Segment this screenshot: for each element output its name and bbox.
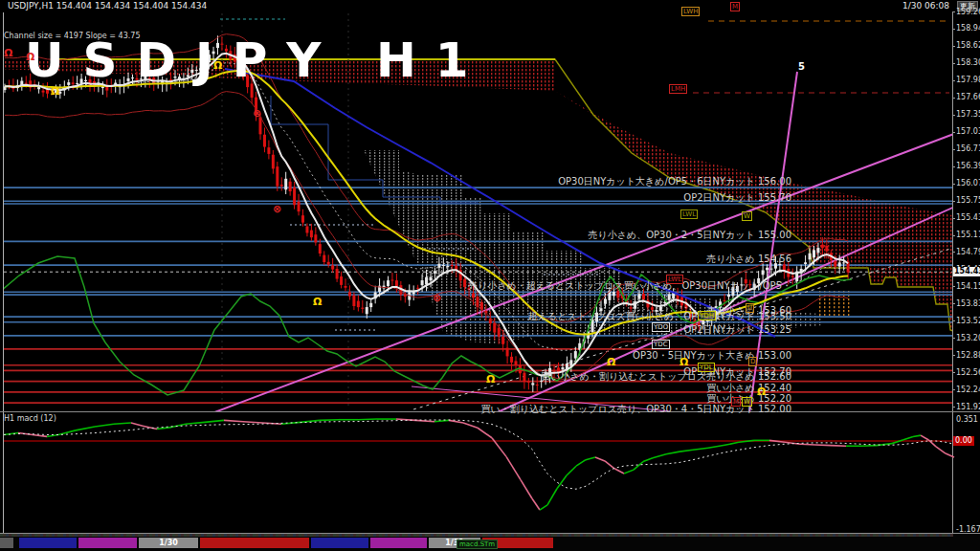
macd-line-segment	[4, 432, 18, 434]
macd-line-segment	[463, 423, 478, 428]
price-axis-tick	[952, 252, 955, 253]
chart-canvas[interactable]	[0, 0, 980, 551]
candle-body	[451, 265, 454, 266]
macd-line-segment	[708, 446, 724, 449]
macd-line-segment	[18, 432, 33, 434]
candle-body	[340, 276, 343, 285]
candle-body	[255, 98, 257, 116]
candle-body	[842, 262, 845, 263]
macd-line-segment	[131, 423, 143, 426]
macd-line-segment	[557, 475, 567, 489]
candle-body	[310, 231, 313, 238]
price-axis-label: 154.155	[956, 283, 980, 291]
chart-box-label: YDC	[652, 340, 670, 349]
symbol-ohlc-readout: USDJPY,H1 154.404 154.434 154.404 154.43…	[8, 0, 207, 12]
candle-body	[489, 319, 492, 323]
level-annotation: 売り小さめ 154.56	[706, 254, 791, 264]
level-annotation: OP30・5日NYカット大きめ 153.00	[633, 351, 791, 361]
last-update-time: 1/30 06:08	[902, 0, 949, 12]
candle-body	[55, 90, 57, 93]
price-axis-tick	[952, 218, 955, 219]
chart-box-label: LWL	[666, 275, 683, 284]
price-axis-label: 152.560	[956, 369, 980, 377]
price-axis-label: 159.265	[956, 9, 980, 16]
level-annotation: 売り小さめ、OP30・2・5日NYカット 155.00	[588, 231, 791, 240]
candle-body	[327, 262, 330, 265]
timeline-segment[interactable]: 1/30	[139, 538, 198, 548]
price-axis-label: 156.070	[956, 180, 980, 187]
level-annotation: 買い小さめ・割り込むとストップロス売り小さめ 152.60	[541, 372, 791, 382]
candle-body	[425, 277, 428, 285]
macd-indicator-label: H1 macd (12)	[4, 414, 56, 423]
candle-body	[663, 302, 666, 303]
trendline-count-label: 5	[798, 61, 805, 72]
candle-body	[825, 246, 828, 252]
channel-info-text: Channel size = 4197 Slope = 43.75	[4, 32, 140, 40]
macd-line-segment	[567, 466, 576, 475]
macd-line-segment	[76, 427, 95, 430]
timeline-segment[interactable]	[78, 538, 137, 548]
session-timeline-bar[interactable]: 1/301/31 macd.STm	[0, 534, 980, 551]
price-axis-label: 156.710	[956, 145, 980, 153]
candle-body	[276, 166, 278, 187]
price-axis-label: 158.625	[956, 42, 980, 50]
timeline-segment[interactable]	[370, 538, 427, 548]
candle-body	[216, 43, 219, 48]
candle-body	[651, 307, 654, 310]
macd-line-segment	[936, 447, 946, 453]
timeline-segment[interactable]	[200, 538, 309, 548]
macd-line-segment	[679, 450, 693, 452]
candle-body	[345, 286, 347, 288]
candle-body	[630, 307, 633, 309]
macd-line-segment	[532, 498, 540, 510]
level-annotation: 超えるとストップロス買い小さめ、OP5日NYカット 153.50	[527, 312, 791, 321]
price-axis-tick	[952, 63, 955, 64]
price-axis-tick	[952, 407, 955, 408]
price-axis-tick	[952, 286, 955, 287]
candle-body	[501, 337, 504, 344]
macd-line-segment	[33, 434, 47, 436]
candle-body	[220, 44, 223, 45]
macd-line-segment	[243, 422, 262, 423]
macd-max-label: 0.351	[956, 415, 978, 424]
price-axis-label: 158.305	[956, 59, 980, 67]
price-axis-label: 155.750	[956, 197, 980, 205]
price-axis-label: 156.390	[956, 163, 980, 170]
candle-body	[127, 78, 130, 81]
macd-line-segment	[653, 454, 666, 458]
macd-line-segment	[913, 435, 921, 436]
candle-body	[390, 279, 393, 280]
candle-body	[190, 70, 193, 73]
chart-box-label: M	[730, 2, 740, 11]
macd-line-segment	[205, 420, 224, 422]
macd-preset-chip[interactable]: macd.STm	[457, 540, 498, 549]
macd-line-segment	[921, 435, 928, 440]
price-axis-tick	[952, 355, 955, 356]
candle-body	[616, 291, 619, 298]
candle-body	[668, 294, 671, 299]
price-axis-label: 154.790	[956, 249, 980, 256]
candle-body	[472, 294, 475, 298]
timeline-segment[interactable]	[0, 538, 13, 548]
candle-body	[131, 77, 134, 78]
chart-box-label: LWL	[680, 209, 698, 219]
chart-box-label: YDH	[698, 311, 716, 320]
macd-line-segment	[634, 462, 643, 471]
macd-signal-dotted	[4, 420, 954, 489]
price-axis-tick	[952, 338, 955, 339]
level-annotation: OP2日NYカット 155.70	[683, 193, 791, 203]
macd-line-segment	[415, 420, 434, 421]
macd-line-segment	[586, 457, 595, 460]
candle-body	[67, 82, 70, 85]
timeline-segment[interactable]	[311, 538, 368, 548]
candle-body	[361, 308, 364, 309]
candle-body	[72, 82, 75, 83]
candle-body	[809, 253, 812, 260]
candle-body	[821, 245, 824, 249]
price-axis-tick	[952, 184, 955, 185]
macd-line-segment	[724, 442, 739, 445]
macd-line-segment	[861, 446, 877, 447]
candle-body	[816, 248, 819, 253]
timeline-segment[interactable]	[19, 538, 77, 548]
candle-body	[366, 307, 368, 314]
